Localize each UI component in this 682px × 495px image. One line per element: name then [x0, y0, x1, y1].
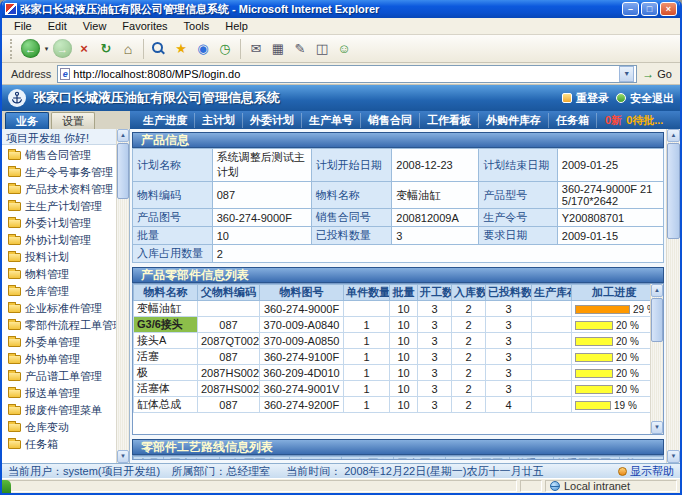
sidebar-item[interactable]: 外协单管理: [6, 351, 116, 368]
column-header[interactable]: 开工数: [418, 285, 452, 301]
column-header[interactable]: 外委数: [510, 457, 554, 460]
start-button-fragment[interactable]: [2, 480, 11, 493]
pending-tasks-badge[interactable]: 0待批...: [626, 113, 663, 128]
sidebar-item[interactable]: 外协计划管理: [6, 232, 116, 249]
menu-item-tools[interactable]: Tools: [176, 19, 218, 33]
main-scrollbar[interactable]: ▲ ▼: [666, 129, 680, 463]
sidebar-scroll-thumb[interactable]: [117, 143, 129, 199]
sidebar-item[interactable]: 报送单管理: [6, 385, 116, 402]
column-header[interactable]: 批量: [390, 285, 418, 301]
table-row[interactable]: 接头A2087QT002370-009-A085011032320 %: [134, 333, 651, 349]
relogin-button[interactable]: 重登录: [562, 91, 609, 106]
address-input[interactable]: e http://localhost:8080/MPS/login.do ▼: [57, 65, 637, 83]
logout-button[interactable]: 安全退出: [616, 91, 674, 106]
main-scroll-thumb[interactable]: [667, 143, 680, 239]
column-header[interactable]: 加工要求: [220, 457, 290, 460]
back-dropdown-icon[interactable]: ▾: [42, 38, 51, 60]
column-header[interactable]: 物料图号: [260, 285, 344, 301]
minimize-button[interactable]: –: [622, 2, 639, 16]
column-header[interactable]: 单件数量: [344, 285, 390, 301]
go-button[interactable]: → Go: [642, 67, 672, 81]
menu-item-favorites[interactable]: Favorites: [114, 19, 175, 33]
nav-item[interactable]: 生产单号: [302, 113, 361, 128]
column-header[interactable]: 生产库存: [532, 285, 572, 301]
sidebar-scroll-track[interactable]: [117, 200, 129, 450]
column-header[interactable]: 序号: [134, 457, 164, 460]
sidebar-item[interactable]: 仓库变动: [6, 419, 116, 436]
address-dropdown-icon[interactable]: ▼: [619, 66, 634, 82]
sidebar-item[interactable]: 外委单管理: [6, 334, 116, 351]
sidebar-item[interactable]: 零部件流程工单管理: [6, 317, 116, 334]
main-scroll-track[interactable]: [667, 240, 680, 450]
table-row[interactable]: 活塞体2087HS002360-274-9001V11032320 %: [134, 381, 651, 397]
column-header[interactable]: 加工进度: [572, 285, 651, 301]
table-row[interactable]: G3/6接头087370-009-A084011032320 %: [134, 317, 651, 333]
table-row[interactable]: 变幅油缸360-274-9000F1032329 %: [134, 301, 651, 317]
forward-icon[interactable]: →: [53, 39, 72, 58]
parts-scrollbar[interactable]: ▲ ▼: [650, 284, 663, 434]
back-icon[interactable]: ←: [21, 39, 40, 58]
titlebar[interactable]: 张家口长城液压油缸有限公司管理信息系统 - Microsoft Internet…: [2, 0, 680, 18]
favorites-icon[interactable]: ★: [171, 38, 191, 60]
sidebar-item[interactable]: 主生产计划管理: [6, 198, 116, 215]
menu-item-edit[interactable]: Edit: [40, 19, 75, 33]
parts-scroll-down-icon[interactable]: ▼: [651, 421, 663, 434]
nav-item[interactable]: 工作看板: [420, 113, 479, 128]
column-header[interactable]: 物料名称: [134, 285, 198, 301]
sidebar-item[interactable]: 生产令号事务管理: [6, 164, 116, 181]
sidebar-item[interactable]: 仓库管理: [6, 283, 116, 300]
sidebar-scroll-down-icon[interactable]: ▼: [117, 450, 129, 463]
sidebar-item[interactable]: 任务箱: [6, 436, 116, 453]
mail-icon[interactable]: ✉: [246, 38, 266, 60]
search-icon[interactable]: [149, 38, 169, 60]
sidebar-item[interactable]: 投料计划: [6, 249, 116, 266]
sidebar-scroll-up-icon[interactable]: ▲: [117, 129, 129, 142]
column-header[interactable]: 自加工开工数: [446, 457, 510, 460]
column-header[interactable]: 已完工数: [394, 457, 446, 460]
main-scroll-up-icon[interactable]: ▲: [667, 129, 680, 142]
new-tasks-badge[interactable]: 0新: [605, 113, 622, 128]
column-header[interactable]: 入库数: [452, 285, 486, 301]
edit-icon[interactable]: ✎: [290, 38, 310, 60]
sidebar-item[interactable]: 外委计划管理: [6, 215, 116, 232]
menu-item-view[interactable]: View: [75, 19, 115, 33]
column-header[interactable]: 外协数: [620, 457, 664, 460]
refresh-icon[interactable]: ↻: [96, 38, 116, 60]
nav-item[interactable]: 任务箱: [549, 113, 597, 128]
stop-icon[interactable]: ×: [74, 38, 94, 60]
history-icon[interactable]: ◷: [215, 38, 235, 60]
main-scroll-down-icon[interactable]: ▼: [667, 450, 680, 463]
sidebar-item[interactable]: 销售合同管理: [6, 147, 116, 164]
nav-item[interactable]: 销售合同: [361, 113, 420, 128]
column-header[interactable]: 已投料数: [486, 285, 532, 301]
nav-item[interactable]: 外购件库存: [479, 113, 549, 128]
column-header[interactable]: 总任务数: [290, 457, 342, 460]
column-header[interactable]: 可领工数: [342, 457, 394, 460]
sidebar-item[interactable]: 报废件管理菜单: [6, 402, 116, 419]
home-icon[interactable]: ⌂: [118, 38, 138, 60]
column-header[interactable]: 工序名称: [164, 457, 220, 460]
column-header[interactable]: 外委已开工数: [554, 457, 620, 460]
parts-scroll-up-icon[interactable]: ▲: [651, 284, 663, 297]
sidebar-scrollbar[interactable]: ▲ ▼: [116, 129, 129, 463]
close-button[interactable]: ×: [660, 2, 677, 16]
column-header[interactable]: 父物料编码: [198, 285, 260, 301]
tab-business[interactable]: 业务: [5, 112, 49, 129]
parts-scroll-thumb[interactable]: [651, 298, 663, 342]
table-row[interactable]: 活塞087360-274-9100F11032320 %: [134, 349, 651, 365]
sidebar-item[interactable]: 物料管理: [6, 266, 116, 283]
media-icon[interactable]: ◉: [193, 38, 213, 60]
table-row[interactable]: 缸体总成087360-274-9200F11032419 %: [134, 397, 651, 413]
nav-item[interactable]: 主计划: [195, 113, 243, 128]
nav-item[interactable]: 外委计划: [243, 113, 302, 128]
print-icon[interactable]: ▦: [268, 38, 288, 60]
parts-scroll-track[interactable]: [651, 343, 663, 421]
menu-item-help[interactable]: Help: [217, 19, 256, 33]
sidebar-item[interactable]: 企业标准件管理: [6, 300, 116, 317]
show-help-link[interactable]: 显示帮助: [618, 464, 674, 479]
sidebar-item[interactable]: 产品谱工单管理: [6, 368, 116, 385]
menu-item-file[interactable]: File: [6, 19, 40, 33]
sidebar-item[interactable]: 产品技术资料管理: [6, 181, 116, 198]
discuss-icon[interactable]: ◫: [312, 38, 332, 60]
messenger-icon[interactable]: ☺: [334, 38, 354, 60]
